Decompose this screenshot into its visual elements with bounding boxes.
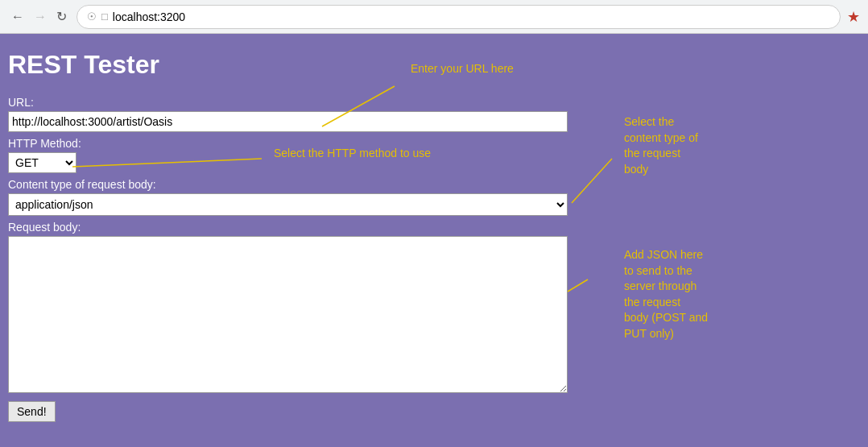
method-annotation: Select the HTTP method to use xyxy=(274,147,431,159)
browser-chrome: ← → ↻ ☉ □ ★ xyxy=(0,0,868,34)
page-content: REST Tester Enter your URL here Select t… xyxy=(0,34,868,447)
back-button[interactable]: ← xyxy=(8,8,27,26)
content-type-annotation: Select the content type of the request b… xyxy=(624,114,698,177)
address-bar[interactable]: ☉ □ xyxy=(76,5,841,29)
content-type-label: Content type of request body: xyxy=(8,178,572,191)
request-body-textarea[interactable] xyxy=(8,236,568,393)
bookmark-icon[interactable]: ★ xyxy=(847,8,860,26)
svg-line-2 xyxy=(572,159,612,203)
nav-buttons: ← → ↻ xyxy=(8,7,70,26)
send-button[interactable]: Send! xyxy=(8,401,56,422)
page-icon: □ xyxy=(101,10,108,23)
reload-button[interactable]: ↻ xyxy=(53,7,70,26)
url-annotation: Enter your URL here xyxy=(411,62,514,75)
forward-button[interactable]: → xyxy=(31,8,50,26)
shield-icon: ☉ xyxy=(87,10,97,23)
body-annotation: Add JSON here to send to the server thro… xyxy=(624,247,708,342)
url-input-browser[interactable] xyxy=(113,10,830,23)
form-area: URL: HTTP Method: GET POST PUT DELETE PA… xyxy=(8,96,572,422)
url-field[interactable] xyxy=(8,111,568,132)
request-body-label: Request body: xyxy=(8,221,572,234)
content-type-select[interactable]: application/json text/plain application/… xyxy=(8,193,568,216)
http-method-select[interactable]: GET POST PUT DELETE PATCH xyxy=(8,152,76,173)
url-label: URL: xyxy=(8,96,572,109)
